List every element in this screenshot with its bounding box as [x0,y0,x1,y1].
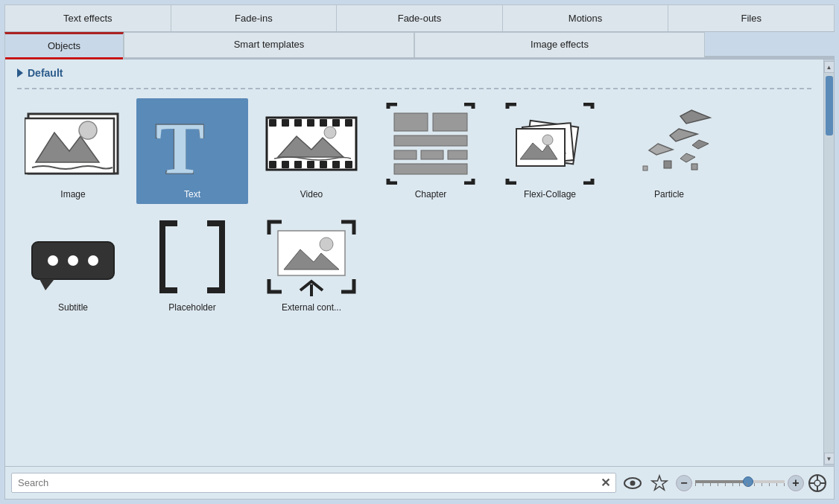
svg-rect-18 [320,161,327,168]
item-subtitle-label: Subtitle [58,302,88,313]
item-video[interactable]: Video [256,98,367,204]
search-input[interactable] [11,473,616,493]
item-flexi-collage-icon [501,103,598,185]
item-chapter-label: Chapter [415,189,447,200]
tab-fade-ins[interactable]: Fade-ins [171,4,337,31]
item-image[interactable]: Image [17,98,129,204]
item-subtitle[interactable]: Subtitle [17,211,129,317]
item-text-label: Text [184,189,200,200]
item-chapter-icon [382,103,479,185]
svg-point-48 [88,255,98,266]
svg-rect-25 [394,135,467,146]
svg-marker-45 [39,279,54,290]
main-container: Text effects Fade-ins Fade-outs Motions … [0,0,839,504]
items-grid: Image T T Text [17,98,811,325]
item-external-content[interactable]: External cont... [256,211,367,317]
search-clear-button[interactable]: ✕ [597,475,613,491]
svg-rect-15 [282,161,289,168]
scrollbar: ▲ ▼ [823,60,834,466]
svg-rect-42 [691,164,697,170]
svg-rect-12 [332,119,340,127]
item-video-label: Video [300,189,323,200]
reset-zoom-icon[interactable] [807,473,828,494]
item-placeholder[interactable]: Placeholder [136,211,248,317]
svg-rect-11 [320,119,327,127]
scrollbar-thumb[interactable] [826,76,833,135]
scrollbar-down[interactable]: ▼ [824,453,835,465]
item-external-content-label: External cont... [282,302,341,313]
star-icon[interactable] [649,473,670,494]
svg-point-56 [814,480,820,486]
svg-rect-16 [294,161,302,168]
tab-spacer [705,32,835,57]
item-chapter[interactable]: Chapter [375,98,487,204]
svg-rect-13 [345,119,352,127]
svg-rect-19 [332,161,340,168]
svg-rect-29 [394,164,467,174]
item-particle-label: Particle [654,189,684,200]
svg-rect-17 [307,161,314,168]
svg-rect-20 [345,161,352,168]
svg-point-54 [630,480,636,485]
item-image-label: Image [60,189,85,200]
svg-text:T: T [156,108,204,185]
svg-rect-28 [448,150,467,159]
scrollbar-track[interactable] [824,73,834,453]
tab-objects[interactable]: Objects [4,32,124,59]
slider-ticks [695,483,785,486]
svg-rect-43 [643,166,648,170]
item-particle-icon [621,103,718,185]
tab-image-effects[interactable]: Image effects [414,32,705,57]
svg-marker-38 [649,144,673,155]
tab-files[interactable]: Files [668,4,835,31]
svg-rect-14 [269,161,276,168]
second-tab-bar: Objects Smart templates Image effects [4,32,835,59]
zoom-slider-container: − + [676,473,828,494]
item-video-icon [263,103,360,185]
item-flexi-collage-label: Flexi-Collage [524,189,576,200]
search-container: ✕ [11,473,616,493]
section-separator [17,88,811,89]
collapse-triangle[interactable] [17,68,23,77]
zoom-minus-button[interactable]: − [676,475,692,491]
svg-rect-10 [307,119,314,127]
svg-point-47 [68,255,78,266]
tab-motions[interactable]: Motions [502,4,668,31]
content-wrapper: Default [4,59,835,467]
zoom-plus-button[interactable]: + [788,475,804,491]
item-subtitle-icon [25,216,121,298]
svg-marker-36 [680,110,710,124]
item-placeholder-icon [144,216,241,298]
bottom-icons [622,473,670,494]
svg-rect-1 [25,118,114,173]
tab-text-effects[interactable]: Text effects [4,4,171,31]
bottom-bar: ✕ − [4,467,835,500]
svg-point-46 [48,255,58,266]
svg-rect-27 [421,150,443,159]
top-tab-bar: Text effects Fade-ins Fade-outs Motions … [4,4,835,32]
scrollbar-up[interactable]: ▲ [824,61,835,73]
svg-marker-40 [680,153,695,162]
svg-point-3 [79,121,97,139]
svg-marker-37 [670,129,697,141]
svg-rect-8 [282,119,289,127]
item-placeholder-label: Placeholder [168,302,215,313]
svg-rect-26 [394,150,417,159]
item-text-icon: T T [144,103,241,185]
items-container: Default [5,60,823,466]
item-external-content-icon [263,216,360,298]
svg-rect-7 [269,119,276,127]
item-flexi-collage[interactable]: Flexi-Collage [494,98,606,204]
svg-rect-41 [664,161,671,168]
svg-point-22 [324,127,336,138]
svg-rect-9 [294,119,302,127]
tab-smart-templates[interactable]: Smart templates [124,32,414,57]
tab-fade-outs[interactable]: Fade-outs [336,4,502,31]
eye-icon[interactable] [622,473,643,494]
content-area: Default [4,59,835,467]
svg-rect-33 [516,129,565,166]
item-text[interactable]: T T Text [136,98,248,204]
item-particle[interactable]: Particle [613,98,725,204]
item-image-icon [25,103,121,185]
svg-marker-39 [692,140,709,149]
